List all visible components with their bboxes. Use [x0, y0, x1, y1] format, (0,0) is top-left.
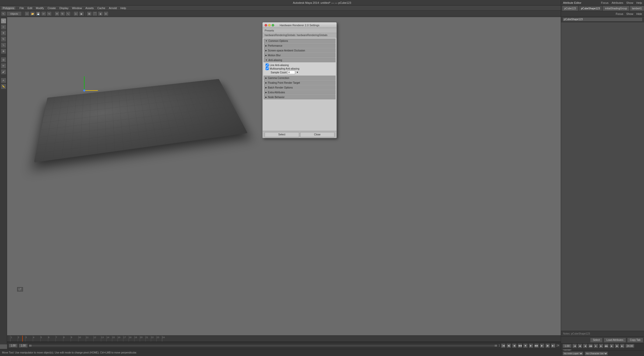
attr-tab-initialshadinggroup[interactable]: initialShadingGroup: [603, 6, 629, 11]
hw-section-extra-header[interactable]: ▶ Extra Attributes: [264, 90, 335, 95]
hw-maximize-button[interactable]: [272, 24, 274, 26]
menu-edit[interactable]: Edit: [27, 7, 32, 10]
hw-section-motionblur-header[interactable]: ▶ Motion Blur: [264, 53, 335, 57]
menu-display[interactable]: Display: [59, 7, 68, 10]
hw-section-aa-header[interactable]: ▼ Anti-aliasing: [264, 58, 335, 62]
hw-multisampling-checkbox[interactable]: [266, 67, 269, 70]
right-pb-prev-key[interactable]: ◀|: [578, 344, 582, 348]
character-set-select[interactable]: No Character Set: [585, 351, 608, 355]
tick-10: 10: [78, 336, 86, 342]
tool-select[interactable]: ↖: [1, 18, 6, 24]
timeline-playhead[interactable]: [22, 336, 23, 342]
menu-arnold[interactable]: Arnold: [109, 7, 117, 10]
attr-select-button[interactable]: Select: [590, 338, 603, 343]
menu-cache[interactable]: Cache: [97, 7, 105, 10]
tool-paint[interactable]: ✏: [1, 63, 6, 69]
attr-copy-tab-button[interactable]: Copy Tab: [627, 338, 643, 343]
hw-section-common-header[interactable]: ▼ Common Options: [264, 39, 335, 43]
hw-close-button[interactable]: [265, 24, 267, 26]
hw-section-gamma-header[interactable]: ▶ Gamma Correction: [264, 76, 335, 80]
menu-modify[interactable]: Modify: [36, 7, 44, 10]
tick-14: 14: [106, 336, 112, 342]
hw-presets-row: Presets: [263, 28, 337, 33]
hw-section-fp-header[interactable]: ▶ Floating Point Render Target: [264, 80, 335, 85]
timeline[interactable]: 1 2 3 4 5 6 7 8 9 10 11 12 13 14 15 16 1…: [7, 335, 561, 342]
attr-attributes-link[interactable]: Attributes: [611, 1, 623, 4]
hw-select-button[interactable]: Select: [265, 132, 299, 137]
hw-sample-count-input[interactable]: [288, 71, 295, 74]
menu-create[interactable]: Create: [47, 7, 56, 10]
attr-focus-btn[interactable]: Focus: [616, 12, 623, 15]
right-range-start[interactable]: [563, 344, 572, 348]
attr-help-link[interactable]: Help: [636, 1, 642, 4]
title-bar: Autodesk Maya 2014: untitled* — — pCube1…: [0, 0, 644, 6]
right-pb-play-back[interactable]: ◀◀: [588, 344, 593, 348]
menu-assets[interactable]: Assets: [86, 7, 94, 10]
tick-21: 21: [145, 336, 151, 342]
hw-close-btn[interactable]: Close: [300, 132, 335, 137]
pb-play-back[interactable]: ◀◀: [518, 343, 522, 348]
tool-sculpt[interactable]: 🖌: [1, 69, 6, 75]
right-pb-prev[interactable]: ◀: [583, 344, 587, 348]
tool-measure[interactable]: 📏: [1, 84, 6, 89]
hw-section-batch-header[interactable]: ▶ Batch Render Options: [264, 85, 335, 90]
pb-play[interactable]: ▶: [529, 343, 533, 348]
menu-bar: Polygons File Edit Modify Create Display…: [0, 6, 644, 11]
menu-window[interactable]: Window: [72, 7, 82, 10]
right-pb-goto-end[interactable]: ▶|: [620, 344, 625, 348]
menu-help[interactable]: Help: [120, 7, 126, 10]
tool-soft-select[interactable]: ◎: [1, 57, 6, 63]
menu-file[interactable]: File: [19, 7, 24, 10]
tool-rotate[interactable]: ↻: [1, 36, 6, 42]
hw-section-node-header[interactable]: ▶ Node Behavior: [264, 95, 335, 99]
range-handle-right[interactable]: [495, 345, 497, 347]
right-pb-play-fwd[interactable]: ▶▶: [604, 344, 609, 348]
attr-editor-header: Attribute Editor Focus Attributes Show H…: [561, 0, 644, 6]
right-pb-play[interactable]: ▶: [599, 344, 603, 348]
tool-move[interactable]: ✛: [1, 30, 6, 36]
attr-node-input[interactable]: [563, 17, 642, 21]
hw-minimize-button[interactable]: [268, 24, 271, 26]
attr-hide-btn[interactable]: Hide: [636, 12, 642, 15]
hw-line-aa-checkbox[interactable]: [266, 64, 269, 67]
pb-goto-start[interactable]: |◀: [501, 343, 506, 348]
toolbar-sep-1: [23, 12, 23, 16]
attr-load-attributes-button[interactable]: Load Attributes: [604, 338, 626, 343]
right-pb-next-key[interactable]: |▶: [615, 344, 619, 348]
range-end-display: 24: [556, 344, 559, 347]
attr-show-link[interactable]: Show: [626, 1, 633, 4]
range-handle-left[interactable]: [29, 345, 32, 347]
tool-annotation[interactable]: A: [1, 78, 6, 83]
tick-8: 8: [63, 336, 71, 342]
tool-lasso[interactable]: ⊂: [1, 24, 6, 30]
hw-section-performance-header[interactable]: ▶ Performance: [264, 43, 335, 48]
right-pb-stop[interactable]: ■: [594, 344, 598, 348]
range-start-input[interactable]: [9, 344, 18, 348]
right-range-end[interactable]: [625, 344, 634, 348]
attr-tab-lambert1[interactable]: lambert1: [630, 6, 644, 11]
pb-goto-end[interactable]: ▶|: [551, 343, 555, 348]
pb-next-frame[interactable]: ▶: [540, 343, 544, 348]
attribute-editor-panel: Attribute Editor Focus Attributes Show H…: [561, 0, 644, 356]
pb-play-fwd[interactable]: ▶▶: [534, 343, 539, 348]
pb-prev-key[interactable]: ◀|: [507, 343, 511, 348]
mode-dropdown[interactable]: Polygons: [1, 6, 16, 10]
right-pb-next[interactable]: ▶: [609, 344, 614, 348]
right-pb-goto-start[interactable]: |◀: [572, 344, 577, 348]
pb-next-key[interactable]: |▶: [545, 343, 550, 348]
hw-sample-count-arrow[interactable]: ▼: [296, 71, 298, 74]
attr-show-btn[interactable]: Show: [626, 12, 633, 15]
attr-focus-link[interactable]: Focus: [601, 1, 608, 4]
hw-presets-label[interactable]: Presets: [265, 29, 274, 32]
tool-universal[interactable]: ⊕: [1, 48, 6, 54]
toolbar-sep-4: [85, 12, 86, 16]
tool-scale[interactable]: ⤡: [1, 42, 6, 48]
frame-range-bar[interactable]: [29, 344, 497, 347]
current-frame-input[interactable]: [19, 344, 28, 348]
pb-prev-frame[interactable]: ◀: [512, 343, 517, 348]
attr-tab-pcube123[interactable]: pCube123: [562, 6, 578, 11]
hw-section-ssao-header[interactable]: ▶ Screen-space Ambient Occlusion: [264, 48, 335, 53]
anim-layer-select[interactable]: No Anim Layer: [563, 351, 583, 355]
attr-tab-pcubeshape123[interactable]: pCubeShape123: [579, 6, 602, 11]
pb-stop[interactable]: ■: [523, 343, 528, 348]
